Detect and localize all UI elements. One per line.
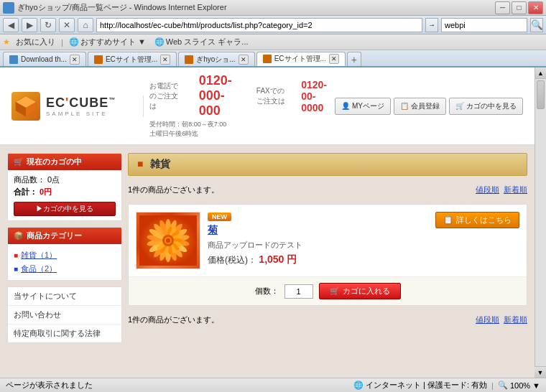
web-slice-link[interactable]: 🌐 Web スライス ギャラ... <box>152 36 251 48</box>
tab-close-button[interactable]: ✕ <box>160 55 170 65</box>
logo-cube <box>11 92 40 121</box>
category-link-label: 雑貨（1） <box>21 250 57 261</box>
tab-icon <box>94 55 103 64</box>
tab-close-button[interactable]: ✕ <box>70 55 80 65</box>
add-to-cart-button[interactable]: 🛒 カゴに入れる <box>319 283 401 299</box>
quantity-input[interactable] <box>284 284 313 299</box>
sort-by-price-link[interactable]: 値段順 <box>476 185 499 195</box>
header-divider <box>143 95 144 117</box>
result-count-text-bottom: 1件の商品がございます。 <box>128 314 219 325</box>
scroll-up-button[interactable]: ▲ <box>535 67 546 79</box>
tab-gihyo[interactable]: ぎhyoショ... ✕ <box>178 52 254 66</box>
minimize-button[interactable]: ─ <box>495 1 510 14</box>
fav-label: お気に入り <box>16 37 55 47</box>
sort-by-price-link-bottom[interactable]: 値段順 <box>476 314 499 325</box>
about-us-link[interactable]: 当サイトについて <box>8 287 121 306</box>
cart-item-count: 商品数： 0点 <box>14 174 116 185</box>
main-area: ■ 雑貨 1件の商品がございます。 値段順 新着順 <box>128 153 527 343</box>
mypage-button[interactable]: 👤 MYページ <box>335 98 391 115</box>
maximize-button[interactable]: □ <box>512 1 527 14</box>
stop-button[interactable]: ✕ <box>59 18 75 32</box>
fav-label: おすすめサイト ▼ <box>80 37 146 47</box>
scroll-down-button[interactable]: ▼ <box>535 366 546 378</box>
favorites-bar: ★ お気に入り | 🌐 おすすめサイト ▼ 🌐 Web スライス ギャラ... <box>0 34 546 50</box>
category-list: ■ 雑貨（1） ■ 食品（2） <box>8 244 121 280</box>
zoom-control[interactable]: 🔍 100% ▼ <box>498 381 540 390</box>
cart-add-icon: 🛒 <box>330 286 340 296</box>
site-header: EC'CUBE™ SAMPLE SITE お電話でのご注文は 0120-000-… <box>0 67 535 146</box>
tab-close-button[interactable]: ✕ <box>329 54 339 64</box>
legal-link[interactable]: 特定商取引に関する法律 <box>8 325 121 342</box>
close-button[interactable]: ✕ <box>528 1 543 14</box>
content-area: EC'CUBE™ SAMPLE SITE お電話でのご注文は 0120-000-… <box>0 67 546 378</box>
product-name-link[interactable]: 菊 <box>208 224 302 237</box>
address-input[interactable] <box>96 18 422 32</box>
tabs-bar: Download th... ✕ ECサイト管理... ✕ ぎhyoショ... … <box>0 50 546 67</box>
status-text: ページが表示されました <box>6 380 348 391</box>
search-input[interactable] <box>441 18 527 32</box>
window-title: ぎhyoショップ/商品一覧ページ - Windows Internet Expl… <box>17 2 495 13</box>
status-bar: ページが表示されました 🌐 インターネット | 保護モード: 有効 | 🔍 10… <box>0 378 546 392</box>
search-button[interactable]: 🔍 <box>530 18 543 32</box>
product-actions: 個数： 🛒 カゴに入れる <box>129 276 527 305</box>
favorites-link[interactable]: お気に入り <box>13 36 58 48</box>
product-inner: NEW 菊 商品アップロードのテスト 価格(税込)： 1,050 円 <box>129 205 527 276</box>
logo-area: EC'CUBE™ SAMPLE SITE <box>11 92 116 121</box>
recommended-sites-link[interactable]: 🌐 おすすめサイト ▼ <box>66 36 149 48</box>
member-register-button[interactable]: 📋 会員登録 <box>394 98 446 115</box>
view-cart-button[interactable]: 🛒 カゴの中を見る <box>449 98 523 115</box>
category-icon: 📦 <box>14 231 24 241</box>
contact-link[interactable]: お問い合わせ <box>8 306 121 325</box>
tab-ec-admin1[interactable]: ECサイト管理... ✕ <box>88 52 177 66</box>
forward-button[interactable]: ▶ <box>22 18 37 32</box>
page-background: EC'CUBE™ SAMPLE SITE お電話でのご注文は 0120-000-… <box>0 67 535 378</box>
home-button[interactable]: ⌂ <box>78 18 93 32</box>
cart-header-icon: 🛒 <box>14 157 24 167</box>
window-controls: ─ □ ✕ <box>495 1 543 14</box>
cart-widget: 🛒 現在のカゴの中 商品数： 0点 合計： 0円 <box>7 153 122 221</box>
category-widget: 📦 商品カテゴリー ■ 雑貨（1） ■ 食品（2） <box>7 227 122 281</box>
view-cart-sidebar-button[interactable]: ▶カゴの中を見る <box>14 202 116 216</box>
tab-label: ECサイト管理... <box>106 55 157 65</box>
favorites-icon: ★ <box>3 37 10 47</box>
product-info: NEW 菊 商品アップロードのテスト 価格(税込)： 1,050 円 <box>208 212 519 269</box>
vertical-scrollbar[interactable]: ▲ ▼ <box>535 67 546 378</box>
category-item-food[interactable]: ■ 食品（2） <box>14 262 116 276</box>
fax-number: 0120-00-0000 <box>301 79 335 113</box>
refresh-button[interactable]: ↻ <box>40 18 56 32</box>
business-hours: 受付時間：朝8:00～夜7:00土曜日午後6時迄 <box>149 120 335 139</box>
tab-ec-admin2[interactable]: ECサイト管理... ✕ <box>256 52 346 66</box>
back-button[interactable]: ◀ <box>3 18 19 32</box>
scroll-thumb[interactable] <box>537 80 545 109</box>
go-button[interactable]: → <box>425 18 438 32</box>
fav-label: Web スライス ギャラ... <box>166 37 249 47</box>
register-icon: 📋 <box>400 102 409 110</box>
cart-header-label: 現在のカゴの中 <box>27 157 82 167</box>
sort-by-new-link-bottom[interactable]: 新着順 <box>504 314 527 325</box>
tab-download[interactable]: Download th... ✕ <box>3 52 86 66</box>
phone-number: 0120-000-000 <box>199 73 242 118</box>
tab-close-button[interactable]: ✕ <box>239 55 249 65</box>
svg-point-37 <box>166 238 170 243</box>
header-info: お電話でのご注文は 0120-000-000 FAXでのご注文は 0120-00… <box>149 73 335 139</box>
person-icon: 👤 <box>341 102 350 110</box>
globe-icon: 🌐 <box>353 381 364 390</box>
tab-icon <box>263 55 272 63</box>
tab-label: Download th... <box>21 55 67 63</box>
detail-icon: 📋 <box>443 215 453 225</box>
section-title-icon: ■ <box>137 158 143 169</box>
red-bullet-icon: ■ <box>14 251 18 259</box>
info-links: 当サイトについて お問い合わせ 特定商取引に関する法律 <box>7 286 122 343</box>
category-header: 📦 商品カテゴリー <box>8 228 121 244</box>
new-tab-button[interactable]: + <box>347 52 361 66</box>
cart-widget-body: 商品数： 0点 合計： 0円 ▶カゴの中を見る <box>8 170 121 220</box>
tab-label: ぎhyoショ... <box>196 55 235 65</box>
category-item-zakka[interactable]: ■ 雑貨（1） <box>14 248 116 262</box>
product-card: NEW 菊 商品アップロードのテスト 価格(税込)： 1,050 円 <box>128 204 527 306</box>
sort-by-new-link[interactable]: 新着順 <box>504 185 527 195</box>
tab-icon <box>9 55 18 64</box>
title-bar: ぎhyoショップ/商品一覧ページ - Windows Internet Expl… <box>0 0 546 16</box>
logo-subtitle: SAMPLE SITE <box>46 111 107 117</box>
detail-button[interactable]: 📋 詳しくはこちら <box>435 212 519 228</box>
sort-links-bottom: 値段順 新着順 <box>476 314 527 325</box>
